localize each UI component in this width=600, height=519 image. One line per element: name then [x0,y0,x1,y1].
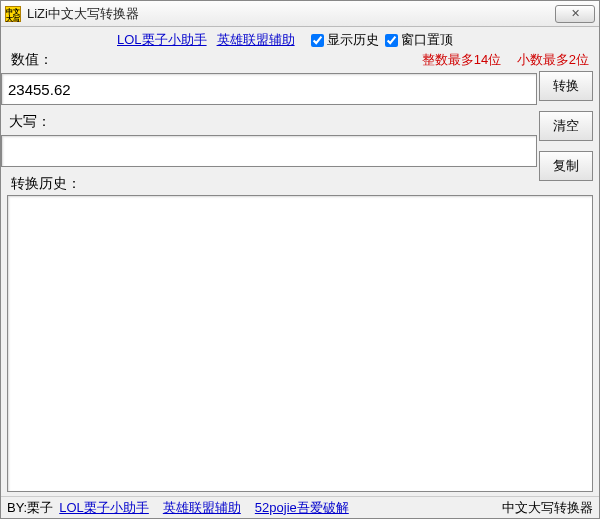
convert-button[interactable]: 转换 [539,71,593,101]
window-title: LiZi中文大写转换器 [27,5,555,23]
checkbox-show-history-label: 显示历史 [327,31,379,49]
footer-app-name: 中文大写转换器 [502,499,593,517]
app-icon: 中文大写 [5,6,21,22]
checkbox-always-on-top-label: 窗口置顶 [401,31,453,49]
close-button[interactable]: ✕ [555,5,595,23]
value-label: 数值： [11,51,53,69]
top-link-row: LOL栗子小助手 英雄联盟辅助 显示历史 窗口置顶 [1,27,599,49]
checkbox-always-on-top-input[interactable] [385,34,398,47]
daxie-output[interactable] [1,135,537,167]
value-input[interactable] [1,73,537,105]
history-list[interactable] [7,195,593,492]
checkbox-always-on-top[interactable]: 窗口置顶 [385,31,453,49]
footer-link-52pojie[interactable]: 52pojie吾爱破解 [255,499,349,517]
value-label-row: 数值： 整数最多14位 小数最多2位 [1,49,599,71]
close-icon: ✕ [571,7,580,20]
app-window: 中文大写 LiZi中文大写转换器 ✕ LOL栗子小助手 英雄联盟辅助 显示历史 … [0,0,600,519]
button-column: 转换 清空 复制 [535,71,593,181]
hint-text: 整数最多14位 小数最多2位 [410,51,589,69]
footer-author: BY:栗子 [7,499,53,517]
hint-integer: 整数最多14位 [422,52,501,67]
link-lol-assist[interactable]: 英雄联盟辅助 [217,31,295,49]
history-label: 转换历史： [1,169,599,195]
daxie-label: 大写： [1,107,537,133]
titlebar: 中文大写 LiZi中文大写转换器 ✕ [1,1,599,27]
copy-button[interactable]: 复制 [539,151,593,181]
input-section: 大写： 转换 清空 复制 [1,71,599,169]
footer-link-lol-assist[interactable]: 英雄联盟辅助 [163,499,241,517]
checkbox-show-history-input[interactable] [311,34,324,47]
clear-button[interactable]: 清空 [539,111,593,141]
hint-decimal: 小数最多2位 [517,52,589,67]
link-lol-helper[interactable]: LOL栗子小助手 [117,31,207,49]
checkbox-show-history[interactable]: 显示历史 [311,31,379,49]
footer: BY:栗子 LOL栗子小助手 英雄联盟辅助 52pojie吾爱破解 中文大写转换… [1,496,599,518]
footer-link-lol-helper[interactable]: LOL栗子小助手 [59,499,149,517]
